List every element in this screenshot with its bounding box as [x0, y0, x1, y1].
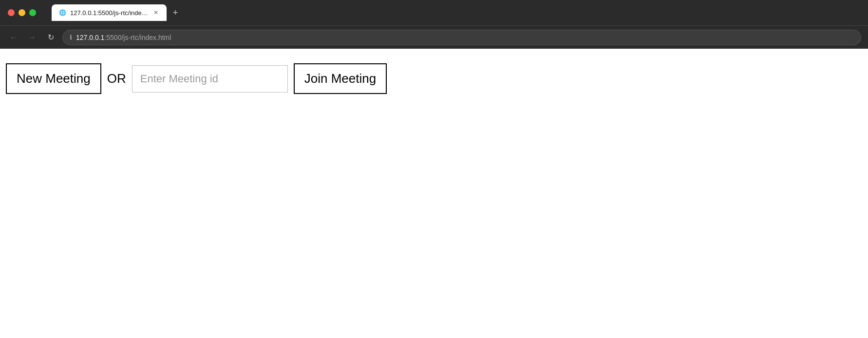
back-button[interactable]: ← — [7, 31, 20, 44]
url-path: :5500/js-rtc/index.html — [104, 34, 171, 41]
join-meeting-button[interactable]: Join Meeting — [294, 63, 387, 94]
forward-button[interactable]: → — [25, 31, 39, 44]
navigation-bar: ← → ↻ ℹ 127.0.0.1:5500/js-rtc/index.html — [0, 25, 868, 49]
meeting-controls: New Meeting OR Join Meeting — [6, 63, 862, 94]
traffic-lights — [8, 9, 36, 16]
address-bar[interactable]: ℹ 127.0.0.1:5500/js-rtc/index.html — [62, 30, 861, 45]
info-icon: ℹ — [70, 34, 72, 41]
tab-favicon-icon: 🌐 — [58, 9, 66, 17]
meeting-id-input[interactable] — [132, 65, 288, 93]
new-tab-button[interactable]: + — [169, 6, 182, 19]
title-bar: 🌐 127.0.0.1:5500/js-rtc/index.htm ✕ + — [0, 0, 868, 25]
tab-close-icon[interactable]: ✕ — [152, 9, 160, 17]
maximize-button[interactable] — [29, 9, 36, 16]
page-content: New Meeting OR Join Meeting — [0, 49, 868, 338]
url-display: 127.0.0.1:5500/js-rtc/index.html — [76, 34, 854, 41]
active-tab[interactable]: 🌐 127.0.0.1:5500/js-rtc/index.htm ✕ — [52, 4, 167, 21]
tab-bar: 🌐 127.0.0.1:5500/js-rtc/index.htm ✕ + — [52, 4, 182, 21]
tab-title: 127.0.0.1:5500/js-rtc/index.htm — [70, 9, 148, 17]
url-domain: 127.0.0.1 — [76, 34, 104, 41]
browser-chrome: 🌐 127.0.0.1:5500/js-rtc/index.htm ✕ + ← … — [0, 0, 868, 49]
reload-button[interactable]: ↻ — [44, 31, 57, 44]
minimize-button[interactable] — [19, 9, 25, 16]
new-meeting-button[interactable]: New Meeting — [6, 63, 101, 94]
close-button[interactable] — [8, 9, 15, 16]
or-separator: OR — [107, 71, 126, 86]
